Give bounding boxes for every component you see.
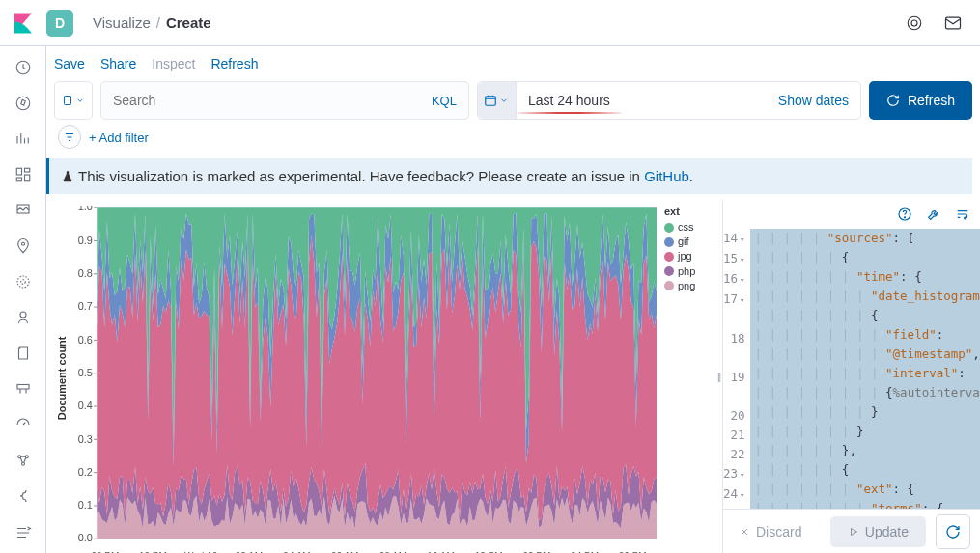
svg-text:0.1: 0.1 xyxy=(78,499,93,511)
add-filter-button[interactable]: + Add filter xyxy=(89,130,149,145)
breadcrumb-parent[interactable]: Visualize xyxy=(93,14,151,31)
legend-title: ext xyxy=(664,206,722,217)
kibana-logo xyxy=(12,12,35,35)
svg-point-43 xyxy=(904,217,905,218)
svg-rect-8 xyxy=(16,178,21,181)
flask-icon xyxy=(61,170,74,183)
search-input[interactable] xyxy=(113,93,432,108)
svg-text:0.7: 0.7 xyxy=(78,300,93,312)
github-link[interactable]: GitHub xyxy=(644,168,689,184)
share-link[interactable]: Share xyxy=(100,56,136,71)
wrap-icon[interactable] xyxy=(955,207,970,222)
breadcrumb-current: Create xyxy=(166,14,211,31)
legend-item-png[interactable]: png xyxy=(664,280,722,292)
kql-badge[interactable]: KQL xyxy=(432,94,457,108)
nav-dev-icon[interactable] xyxy=(14,487,33,506)
svg-text:0.2: 0.2 xyxy=(78,466,93,478)
nav-maps-icon[interactable] xyxy=(14,236,33,255)
main-area: Save Share Inspect Refresh KQL Last 24 h… xyxy=(46,46,980,553)
nav-ml-icon[interactable] xyxy=(14,272,33,290)
side-nav xyxy=(0,46,46,553)
calendar-icon[interactable] xyxy=(478,82,517,119)
chart-legend: ext cssgifjpgphppng xyxy=(664,200,722,553)
nav-collapse-icon[interactable] xyxy=(14,523,33,541)
svg-point-10 xyxy=(21,242,24,245)
nav-recent-icon[interactable] xyxy=(14,58,33,76)
svg-rect-5 xyxy=(16,168,21,175)
legend-item-jpg[interactable]: jpg xyxy=(664,250,722,263)
legend-item-gif[interactable]: gif xyxy=(664,235,722,248)
svg-text:0.4: 0.4 xyxy=(78,400,93,411)
nav-logs-icon[interactable] xyxy=(14,345,33,363)
inspect-link: Inspect xyxy=(152,56,195,71)
refresh-button-label: Refresh xyxy=(908,93,955,108)
breadcrumb: Visualize / Create xyxy=(93,14,211,31)
date-picker[interactable]: Last 24 hours Show dates xyxy=(477,81,861,120)
svg-rect-6 xyxy=(24,168,29,172)
legend-item-php[interactable]: php xyxy=(664,265,722,278)
filter-row: + Add filter xyxy=(46,120,980,158)
svg-point-13 xyxy=(20,312,26,318)
svg-point-11 xyxy=(20,280,25,285)
top-header: D Visualize / Create xyxy=(0,0,980,46)
nav-discover-icon[interactable] xyxy=(14,94,33,112)
space-badge[interactable]: D xyxy=(46,10,73,37)
stacked-area-chart: 0.00.10.20.30.40.50.60.70.80.91.0 xyxy=(70,206,657,551)
editor-footer: Discard Update xyxy=(723,509,980,553)
legend-item-css[interactable]: css xyxy=(664,221,722,234)
search-box[interactable]: KQL xyxy=(100,81,469,120)
filter-options-icon[interactable] xyxy=(58,125,81,149)
y-axis-label: Document count xyxy=(54,206,70,551)
svg-point-0 xyxy=(908,16,921,30)
nav-siem-icon[interactable] xyxy=(14,452,33,470)
mail-icon[interactable] xyxy=(938,8,968,39)
callout-text: This visualization is marked as experime… xyxy=(78,168,693,184)
saved-queries-button[interactable] xyxy=(54,81,93,120)
svg-point-1 xyxy=(911,20,917,26)
svg-text:0.0: 0.0 xyxy=(78,533,93,544)
content-row: Document count 0.00.10.20.30.40.50.60.70… xyxy=(46,200,980,553)
nav-visualize-icon[interactable] xyxy=(14,129,33,148)
code-editor[interactable]: 14▾15▾16▾17▾ 18 19 20212223▾24▾25▾26 272… xyxy=(723,229,980,509)
refresh-link[interactable]: Refresh xyxy=(210,56,258,71)
svg-rect-19 xyxy=(486,97,496,105)
svg-text:0.9: 0.9 xyxy=(78,235,93,246)
show-dates-link[interactable]: Show dates xyxy=(778,93,849,108)
experimental-callout: This visualization is marked as experime… xyxy=(46,158,972,194)
svg-point-4 xyxy=(16,97,30,110)
nav-uptime-icon[interactable] xyxy=(14,416,33,434)
nav-canvas-icon[interactable] xyxy=(14,201,33,219)
query-row: KQL Last 24 hours Show dates Refresh xyxy=(46,81,980,120)
action-links: Save Share Inspect Refresh xyxy=(46,46,980,81)
editor-toolbar xyxy=(723,200,980,229)
svg-text:0.8: 0.8 xyxy=(78,267,93,279)
help-icon[interactable] xyxy=(897,207,912,222)
update-button: Update xyxy=(830,516,926,547)
discard-button[interactable]: Discard xyxy=(739,524,801,539)
svg-text:1.0: 1.0 xyxy=(78,206,93,212)
nav-dashboard-icon[interactable] xyxy=(14,165,33,183)
svg-rect-2 xyxy=(946,17,961,29)
news-icon[interactable] xyxy=(899,8,930,39)
svg-rect-7 xyxy=(24,175,29,181)
svg-rect-18 xyxy=(65,97,71,105)
svg-text:0.5: 0.5 xyxy=(78,367,93,378)
svg-rect-14 xyxy=(17,385,29,390)
svg-text:0.3: 0.3 xyxy=(78,433,93,445)
nav-metrics-icon[interactable] xyxy=(14,309,33,327)
chart-pane: Document count 0.00.10.20.30.40.50.60.70… xyxy=(46,200,664,553)
reload-button[interactable] xyxy=(936,514,970,549)
svg-point-17 xyxy=(21,463,24,466)
svg-text:0.6: 0.6 xyxy=(78,334,93,346)
wrench-icon[interactable] xyxy=(926,207,941,222)
refresh-button[interactable]: Refresh xyxy=(869,81,972,120)
date-range-text[interactable]: Last 24 hours xyxy=(517,93,622,108)
editor-pane: 14▾15▾16▾17▾ 18 19 20212223▾24▾25▾26 272… xyxy=(723,200,980,553)
nav-apm-icon[interactable] xyxy=(14,380,33,399)
save-link[interactable]: Save xyxy=(54,56,85,71)
breadcrumb-separator: / xyxy=(156,14,160,31)
svg-point-12 xyxy=(17,276,29,288)
